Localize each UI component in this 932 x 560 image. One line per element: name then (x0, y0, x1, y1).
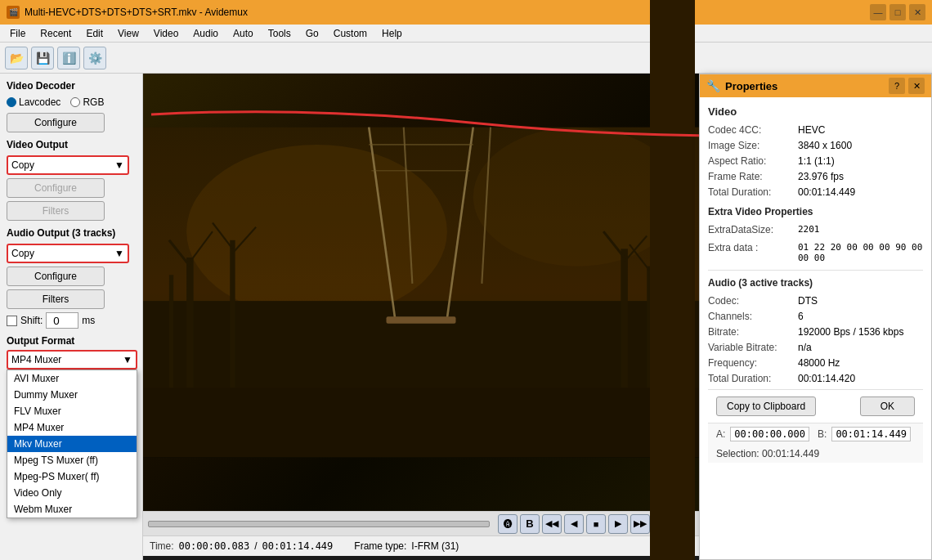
format-mp4-muxer[interactable]: MP4 Muxer (7, 419, 137, 436)
btn-play-fwd[interactable]: ▶ (608, 514, 628, 534)
btn-b-mark[interactable]: B (520, 514, 540, 534)
btn-prev-frame[interactable]: ◀◀ (542, 514, 562, 534)
format-mpegts-muxer[interactable]: Mpeg TS Muxer (ff) (7, 452, 137, 468)
prop-key: Frame Rate: (708, 171, 798, 182)
b-val: 00:01:14.449 (831, 427, 911, 441)
output-format-dropdown: MP4 Muxer ▼ AVI Muxer Dummy Muxer FLV Mu… (7, 350, 136, 370)
toolbar-settings[interactable]: ⚙️ (83, 47, 106, 69)
toolbar-save[interactable]: 💾 (31, 47, 54, 69)
output-format-menu: AVI Muxer Dummy Muxer FLV Muxer MP4 Muxe… (7, 370, 137, 518)
audio-property-row: Channels:6 (708, 311, 923, 322)
format-video-only[interactable]: Video Only (7, 485, 137, 501)
prop-key: Channels: (708, 311, 798, 322)
video-output-filters-button[interactable]: Filters (7, 201, 105, 221)
menu-audio[interactable]: Audio (186, 26, 225, 41)
prop-val: 00:01:14.449 (798, 186, 855, 198)
format-flv-muxer[interactable]: FLV Muxer (7, 403, 137, 419)
prop-key: Image Size: (708, 140, 798, 151)
frame-type-value: I-FRM (31) (411, 540, 459, 552)
svg-rect-25 (143, 128, 699, 458)
prop-val: HEVC (798, 124, 825, 136)
extra-data-size-row: ExtraDataSize: 2201 (708, 224, 923, 235)
minimize-button[interactable]: — (870, 4, 886, 20)
menu-auto[interactable]: Auto (226, 26, 260, 41)
menu-tools[interactable]: Tools (262, 26, 298, 41)
format-dummy-muxer[interactable]: Dummy Muxer (7, 387, 137, 403)
video-output-title: Video Output (7, 139, 136, 150)
decoder-rgb[interactable]: RGB (70, 96, 104, 108)
btn-stop[interactable]: ■ (586, 514, 606, 534)
menu-help[interactable]: Help (375, 26, 409, 41)
format-mkv-muxer[interactable]: Mkv Muxer (7, 436, 137, 452)
right-thumbnail (650, 0, 695, 560)
properties-help-button[interactable]: ? (889, 78, 905, 94)
menu-custom[interactable]: Custom (327, 26, 374, 41)
copy-clipboard-button[interactable]: Copy to Clipboard (716, 396, 816, 416)
audio-output-filters-button[interactable]: Filters (7, 289, 105, 309)
a-mark-item: A: 00:00:00.000 (716, 427, 809, 441)
a-key: A: (716, 428, 725, 440)
toolbar-open[interactable]: 📂 (5, 47, 28, 69)
audio-output-configure-button[interactable]: Configure (7, 267, 105, 286)
time-label: Time: (150, 540, 174, 552)
toolbar-info[interactable]: ℹ️ (57, 47, 80, 69)
close-button[interactable]: ✕ (909, 4, 925, 20)
video-preview (143, 74, 699, 511)
audio-output-value: Copy (11, 248, 34, 259)
rgb-label: RGB (83, 96, 104, 108)
menu-file[interactable]: File (3, 26, 32, 41)
video-property-row: Total Duration:00:01:14.449 (708, 186, 923, 198)
radio-rgb (70, 97, 80, 107)
video-output-configure-button[interactable]: Configure (7, 178, 105, 198)
btn-next-frame[interactable]: ▶▶ (630, 514, 650, 534)
time-bar: Time: 00:00:00.083 / 00:01:14.449 Frame … (143, 535, 699, 556)
menu-go[interactable]: Go (299, 26, 325, 41)
menu-view[interactable]: View (111, 26, 146, 41)
video-section-title: Video (708, 105, 923, 118)
video-decoder-title: Video Decoder (7, 80, 136, 92)
props-bottom: Copy to Clipboard OK (708, 389, 923, 423)
btn-play-back[interactable]: ◀ (564, 514, 584, 534)
divider (708, 270, 923, 271)
radio-lavcodec (7, 97, 16, 107)
audio-output-title: Audio Output (3 tracks) (7, 227, 136, 239)
format-mpegps-muxer[interactable]: Mpeg-PS Muxer( ff) (7, 468, 137, 485)
left-panel: Video Decoder Lavcodec RGB Configure Vid… (0, 74, 143, 560)
extra-data-row: Extra data : 01 22 20 00 00 00 90 00 00 … (708, 242, 923, 263)
extra-data-size-val: 2201 (798, 224, 820, 235)
btn-a-mark[interactable]: 🅐 (498, 514, 518, 534)
prop-val: 1:1 (1:1) (798, 155, 835, 167)
app-icon: 🎬 (7, 6, 20, 19)
prop-val: 48000 Hz (798, 357, 840, 369)
maximize-button[interactable]: □ (889, 4, 906, 20)
format-avi-muxer[interactable]: AVI Muxer (7, 370, 137, 387)
video-decoder-configure-button[interactable]: Configure (7, 113, 105, 132)
prop-key: Frequency: (708, 357, 798, 369)
menu-video[interactable]: Video (147, 26, 185, 41)
prop-key: Codec: (708, 295, 798, 307)
output-format-trigger[interactable]: MP4 Muxer ▼ (7, 350, 137, 370)
menu-recent[interactable]: Recent (34, 26, 78, 41)
ab-row: A: 00:00:00.000 B: 00:01:14.449 (708, 423, 923, 445)
audio-output-select[interactable]: Copy ▼ (7, 244, 129, 263)
selection-row: Selection: 00:01:14.449 (708, 445, 923, 463)
properties-icon: 🔧 (706, 79, 720, 92)
format-webm-muxer[interactable]: Webm Muxer (7, 501, 137, 517)
video-property-row: Codec 4CC:HEVC (708, 124, 923, 136)
dropdown-arrow-icon: ▼ (123, 354, 132, 365)
menu-edit[interactable]: Edit (79, 26, 110, 41)
video-output-select[interactable]: Copy ▼ (7, 155, 129, 175)
ok-button[interactable]: OK (860, 396, 915, 416)
video-property-row: Image Size:3840 x 1600 (708, 140, 923, 151)
decoder-lavcodec[interactable]: Lavcodec (7, 96, 60, 108)
progress-bar[interactable] (148, 521, 490, 527)
frame-type-label: Frame type: (354, 540, 406, 552)
prop-val: 23.976 fps (798, 171, 844, 182)
shift-checkbox[interactable] (7, 316, 17, 326)
extra-data-key: Extra data : (708, 242, 798, 263)
prop-val: 192000 Bps / 1536 kbps (798, 326, 903, 338)
properties-close-button[interactable]: ✕ (908, 78, 925, 94)
shift-input[interactable] (46, 312, 78, 329)
prop-key: Aspect Ratio: (708, 155, 798, 167)
prop-key: Codec 4CC: (708, 124, 798, 136)
